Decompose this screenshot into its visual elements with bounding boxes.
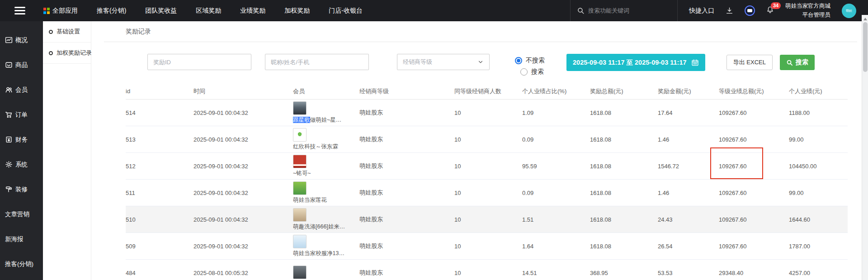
date-range-button[interactable]: 2025-09-03 11:17 至 2025-09-03 11:17 (566, 54, 705, 71)
topbar-right: 快捷入口 34 萌娃当家官方商城 平台管理员 萌娃 (678, 2, 868, 19)
topnav-item[interactable]: 加权奖励 (284, 7, 310, 15)
member-avatar (293, 181, 307, 195)
table-header: id时间会员经销商等级同等级经销商人数个人业绩占比(%)奖励总额(元)奖励金额(… (126, 83, 848, 100)
cell-level-performance-total: 109267.60 (719, 163, 789, 170)
column-header: id (126, 88, 193, 95)
cell-time: 2025-09-01 00:04:32 (193, 109, 293, 116)
member-name-selected: 跟星歌 (293, 117, 310, 123)
user-block: 萌娃当家官方商城 平台管理员 (785, 2, 830, 19)
reward-id-input[interactable] (147, 54, 251, 70)
main-content: 奖励记录 经销商等级 不搜索 搜索 2025-09-03 11:17 至 (91, 21, 868, 280)
topnav-item[interactable]: 区域奖励 (196, 7, 221, 15)
sidebar-item[interactable]: 会员 (0, 77, 43, 102)
column-header: 奖励总额(元) (590, 87, 658, 95)
order-icon (5, 111, 13, 119)
cell-personal-performance: 1787.00 (789, 243, 848, 250)
cell-personal-performance: 1644.60 (789, 216, 848, 223)
deco-icon (5, 185, 13, 193)
cell-personal-performance: 104450.00 (789, 163, 848, 170)
sidebar-item-label: 概况 (15, 36, 28, 44)
sidebar-item[interactable]: 新海报 (0, 227, 43, 252)
sidebar-item[interactable]: 文章营销 (0, 202, 43, 227)
cell-dealer-level: 萌娃股东 (359, 189, 454, 197)
cell-member[interactable]: 萌趣洗涤[666]娃来… (293, 208, 359, 230)
cell-member[interactable]: 萌娃当家校服净13… (293, 235, 359, 257)
cell-member[interactable]: 红欣科技～张东霖 (293, 128, 359, 150)
topnav-item[interactable]: 团队奖收益 (145, 7, 177, 15)
cell-reward-total: 368.95 (590, 270, 658, 276)
search-button[interactable]: 搜索 (780, 55, 815, 70)
cell-member[interactable] (293, 266, 359, 280)
topnav-item[interactable]: 门店-收银台 (329, 7, 363, 15)
sidebar-item[interactable]: 财务 (0, 127, 43, 152)
quick-entry-link[interactable]: 快捷入口 (689, 7, 714, 15)
member-name: 跟星歌做萌娃~星… (293, 116, 356, 123)
cell-level-performance-total: 109267.60 (719, 109, 789, 116)
assistant-robot-icon[interactable] (745, 5, 755, 16)
cell-peer-count: 10 (454, 190, 522, 196)
radio-no-search-label: 不搜索 (526, 57, 545, 65)
radio-search-circle[interactable] (520, 68, 528, 76)
export-excel-button[interactable]: 导出 EXCEL (726, 55, 773, 70)
sidebar-item[interactable]: 推客(分销) (0, 252, 43, 276)
sidebar-item[interactable]: 概况 (0, 28, 43, 52)
member-name: 红欣科技～张东霖 (293, 143, 356, 150)
topnav-item[interactable]: 推客(分销) (97, 7, 126, 15)
cell-id: 513 (126, 136, 193, 143)
cell-level-performance-total: 109267.60 (719, 136, 789, 143)
search-mode-radio-group: 不搜索 搜索 (515, 57, 545, 76)
cell-id: 509 (126, 243, 193, 250)
scroll-up-arrow[interactable] (863, 18, 867, 20)
radio-no-search-circle[interactable] (515, 57, 522, 64)
column-header: 个人业绩占比(%) (522, 87, 590, 95)
user-avatar[interactable]: 萌娃 (842, 4, 856, 18)
sidebar-item[interactable]: 商品 (0, 52, 43, 77)
cell-member[interactable]: ~铭哥~ (293, 155, 359, 177)
date-range-text: 2025-09-03 11:17 至 2025-09-03 11:17 (573, 58, 687, 67)
topnav-item[interactable]: 全部应用 (43, 7, 78, 15)
topnav-label: 业绩奖励 (240, 7, 265, 15)
table-row[interactable]: 5102025-09-01 00:04:32萌趣洗涤[666]娃来…萌娃股东10… (126, 206, 848, 233)
cell-id: 511 (126, 190, 193, 196)
search-button-icon (786, 59, 793, 66)
filter-bar: 经销商等级 不搜索 搜索 2025-09-03 11:17 至 2025-09-… (126, 54, 815, 76)
table-row[interactable]: 5112025-09-01 00:04:32萌娃当家莲花萌娃股东100.0916… (126, 180, 848, 206)
vertical-scrollbar[interactable] (862, 15, 868, 280)
cell-performance-ratio: 0.09 (522, 136, 590, 143)
sidebar-item[interactable]: 系统 (0, 152, 43, 177)
table-row[interactable]: 5132025-09-01 00:04:32红欣科技～张东霖萌娃股东100.09… (126, 126, 848, 153)
table-row[interactable]: 5122025-09-01 00:04:32~铭哥~萌娃股东1095.59161… (126, 153, 848, 180)
table-row[interactable]: 5092025-09-01 00:04:32萌娃当家校服净13…萌娃股东101.… (126, 233, 848, 260)
submenu-item[interactable]: 加权奖励记录 (43, 43, 91, 64)
dealer-level-select[interactable]: 经销商等级 (397, 54, 490, 70)
shop-name: 萌娃当家官方商城 (785, 2, 830, 10)
search-button-label: 搜索 (796, 58, 808, 66)
cell-reward-amount: 24.43 (658, 216, 719, 223)
cell-member[interactable]: 萌娃当家莲花 (293, 181, 359, 204)
radio-no-search[interactable]: 不搜索 (515, 57, 545, 65)
sidebar-item-label: 文章营销 (5, 210, 29, 218)
table-row[interactable]: 5142025-09-01 00:04:32跟星歌做萌娃~星…萌娃股东101.0… (126, 100, 848, 126)
cell-member[interactable]: 跟星歌做萌娃~星… (293, 101, 359, 123)
radio-search[interactable]: 搜索 (520, 68, 545, 76)
notification-badge: 34 (771, 2, 781, 9)
cell-reward-amount: 26.54 (658, 243, 719, 250)
nickname-input[interactable] (265, 54, 369, 70)
cell-reward-amount: 1546.72 (658, 163, 719, 170)
table-row[interactable]: 4842025-08-01 00:05:32萌娃股东1014.51368.955… (126, 260, 848, 280)
notification-bell[interactable]: 34 (766, 6, 774, 15)
sidebar-item[interactable]: 订单 (0, 102, 43, 127)
cell-reward-total: 1618.08 (590, 190, 658, 196)
hamburger-menu-icon[interactable] (14, 7, 25, 14)
cell-performance-ratio: 1.64 (522, 243, 590, 250)
search-input[interactable] (588, 7, 665, 14)
submenu-item[interactable]: 基础设置 (43, 21, 91, 43)
topnav-item[interactable]: 业绩奖励 (240, 7, 265, 15)
cell-personal-performance: 99.00 (789, 136, 848, 143)
scrollbar-thumb[interactable] (863, 22, 868, 72)
cell-reward-amount: 53.53 (658, 270, 719, 276)
column-header: 同等级经销商人数 (454, 87, 522, 95)
download-icon[interactable] (726, 7, 733, 14)
sidebar-item[interactable]: 装修 (0, 177, 43, 202)
sidebar: 概况商品会员订单财务系统装修文章营销新海报推客(分销) (0, 21, 43, 280)
